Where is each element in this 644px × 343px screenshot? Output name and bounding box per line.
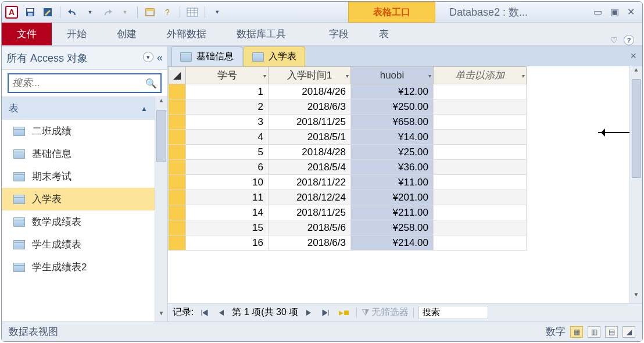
cell-empty[interactable] <box>434 160 527 175</box>
cell-date[interactable]: 2018/6/3 <box>269 99 351 115</box>
cell-money[interactable]: ¥214.00 <box>351 235 434 251</box>
tab-fields[interactable]: 字段 <box>314 23 364 45</box>
tab-create[interactable]: 创建 <box>102 23 152 45</box>
cell-id[interactable]: 6 <box>186 160 269 175</box>
pivot-view-icon[interactable]: ▥ <box>588 326 600 338</box>
tab-file[interactable]: 文件 <box>2 23 52 45</box>
tab-table[interactable]: 表 <box>364 23 404 45</box>
nav-item[interactable]: 入学表 <box>2 188 155 210</box>
scroll-up-icon[interactable]: ▲ <box>155 97 167 109</box>
cell-money[interactable]: ¥12.00 <box>351 84 434 99</box>
cell-date[interactable]: 2018/11/25 <box>269 205 351 220</box>
cell-empty[interactable] <box>434 84 527 99</box>
close-icon[interactable]: ✕ <box>625 6 636 17</box>
tab-close-icon[interactable]: × <box>630 50 636 62</box>
table-row[interactable]: 22018/6/3¥250.00 <box>169 99 527 115</box>
redo-dropdown-icon[interactable]: ▼ <box>119 6 131 19</box>
cell-id[interactable]: 15 <box>186 220 269 235</box>
cell-empty[interactable] <box>434 115 527 130</box>
nav-item[interactable]: 期末考试 <box>2 165 155 188</box>
column-dropdown-icon[interactable]: ▾ <box>263 72 266 78</box>
cell-id[interactable]: 14 <box>186 205 269 220</box>
prev-record-icon[interactable] <box>216 309 227 317</box>
row-selector[interactable] <box>169 160 186 175</box>
redo-icon[interactable] <box>101 6 114 19</box>
content-scrollbar[interactable]: ▲ ▼ <box>629 66 642 303</box>
save-icon[interactable] <box>24 6 37 19</box>
cell-money[interactable]: ¥36.00 <box>351 160 434 175</box>
table-row[interactable]: 62018/5/4¥36.00 <box>169 160 527 175</box>
cell-date[interactable]: 2018/5/6 <box>269 220 351 235</box>
row-selector[interactable] <box>169 115 186 130</box>
cell-id[interactable]: 2 <box>186 99 269 115</box>
column-header-date[interactable]: 入学时间1▾ <box>269 67 351 84</box>
row-selector[interactable] <box>169 235 186 251</box>
qat-more-icon[interactable]: ▾ <box>211 6 224 19</box>
cell-empty[interactable] <box>434 190 527 205</box>
table-row[interactable]: 52018/4/28¥25.00 <box>169 145 527 160</box>
nav-group-tables[interactable]: 表▲ <box>2 97 155 120</box>
datasheet-icon[interactable] <box>186 6 199 19</box>
cell-id[interactable]: 10 <box>186 175 269 190</box>
row-selector[interactable] <box>169 145 186 160</box>
tab-external[interactable]: 外部数据 <box>152 23 221 45</box>
cell-date[interactable]: 2018/11/25 <box>269 115 351 130</box>
nav-item[interactable]: 基础信息 <box>2 142 155 165</box>
last-record-icon[interactable] <box>319 309 332 317</box>
help-small-icon[interactable]: ? <box>161 6 174 19</box>
column-header-id[interactable]: 学号▾ <box>186 67 269 84</box>
table-row[interactable]: 112018/12/24¥201.00 <box>169 190 527 205</box>
cell-date[interactable]: 2018/6/3 <box>269 235 351 251</box>
cell-id[interactable]: 16 <box>186 235 269 251</box>
collapse-group-icon[interactable]: ▲ <box>141 105 148 113</box>
nav-search-input[interactable] <box>12 77 145 89</box>
cell-money[interactable]: ¥14.00 <box>351 130 434 145</box>
first-record-icon[interactable] <box>198 309 211 317</box>
nav-item[interactable]: 数学成绩表 <box>2 210 155 233</box>
datasheet-view-icon[interactable]: ▦ <box>570 326 583 338</box>
cell-money[interactable]: ¥258.00 <box>351 220 434 235</box>
column-dropdown-icon[interactable]: ▾ <box>346 72 349 78</box>
cell-money[interactable]: ¥201.00 <box>351 190 434 205</box>
cell-date[interactable]: 2018/11/22 <box>269 175 351 190</box>
table-row[interactable]: 102018/11/22¥11.00 <box>169 175 527 190</box>
nav-search[interactable]: 🔍 <box>8 73 162 93</box>
cell-money[interactable]: ¥250.00 <box>351 99 434 115</box>
row-selector[interactable] <box>169 99 186 115</box>
row-selector[interactable] <box>169 220 186 235</box>
cell-money[interactable]: ¥11.00 <box>351 175 434 190</box>
scroll-thumb[interactable] <box>156 110 166 162</box>
add-column[interactable]: 单击以添加▾ <box>434 67 527 84</box>
row-selector[interactable] <box>169 84 186 99</box>
tab-home[interactable]: 开始 <box>52 23 102 45</box>
select-all-corner[interactable]: ◢ <box>169 67 186 84</box>
cell-empty[interactable] <box>434 130 527 145</box>
table-row[interactable]: 142018/11/25¥211.00 <box>169 205 527 220</box>
cell-empty[interactable] <box>434 235 527 251</box>
cell-money[interactable]: ¥25.00 <box>351 145 434 160</box>
table-row[interactable]: 162018/6/3¥214.00 <box>169 235 527 251</box>
cell-empty[interactable] <box>434 175 527 190</box>
cell-id[interactable]: 11 <box>186 190 269 205</box>
cell-date[interactable]: 2018/4/26 <box>269 84 351 99</box>
tab-dbtools[interactable]: 数据库工具 <box>221 23 301 45</box>
nav-item[interactable]: 学生成绩表2 <box>2 256 155 278</box>
scroll-down-icon[interactable]: ▼ <box>630 291 642 303</box>
table-row[interactable]: 12018/4/26¥12.00 <box>169 84 527 99</box>
design-view-icon[interactable]: ◢ <box>622 326 635 338</box>
table-row[interactable]: 42018/5/1¥14.00 <box>169 130 527 145</box>
table-row[interactable]: 32018/11/25¥658.00 <box>169 115 527 130</box>
doc-tab-basic-info[interactable]: 基础信息 <box>171 47 242 66</box>
cell-id[interactable]: 4 <box>186 130 269 145</box>
row-selector[interactable] <box>169 175 186 190</box>
cell-money[interactable]: ¥658.00 <box>351 115 434 130</box>
ribbon-options-icon[interactable]: ♡ <box>610 35 618 45</box>
column-dropdown-icon[interactable]: ▾ <box>521 72 524 78</box>
column-dropdown-icon[interactable]: ▾ <box>428 72 431 78</box>
scroll-thumb[interactable] <box>632 79 641 178</box>
minimize-icon[interactable]: ▭ <box>592 6 604 17</box>
undo-dropdown-icon[interactable]: ▼ <box>84 6 96 19</box>
search-icon[interactable]: 🔍 <box>145 78 157 89</box>
maximize-icon[interactable]: ▣ <box>609 6 621 17</box>
cell-id[interactable]: 1 <box>186 84 269 99</box>
